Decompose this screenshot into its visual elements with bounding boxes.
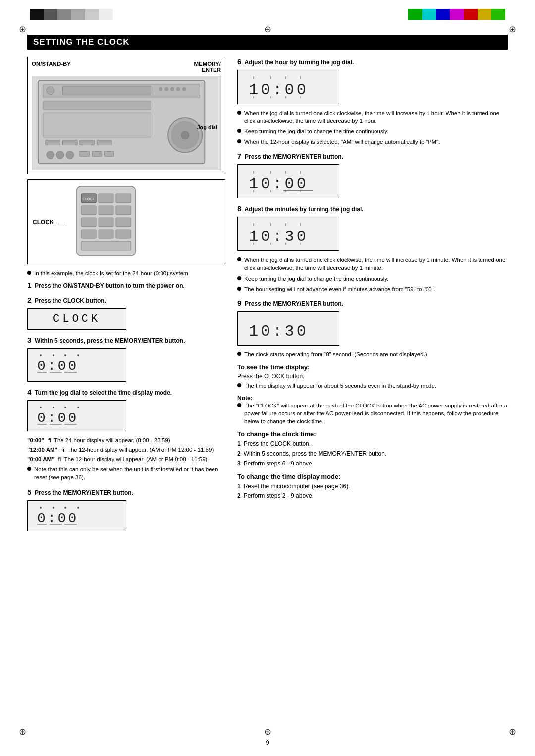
- svg-rect-12: [62, 140, 77, 145]
- left-column: ON/STAND-BY MEMORY/ ENTER: [27, 57, 225, 536]
- color-block-yellow: [478, 9, 491, 20]
- page-content: SETTING THE CLOCK ON/STAND-BY MEMORY/ EN…: [27, 35, 508, 736]
- time-option-0-label: "0:00": [27, 436, 44, 444]
- step-8-bullet-3: The hour setting will not advance even i…: [237, 285, 508, 293]
- svg-point-49: [40, 407, 42, 408]
- step-6-num: 6: [237, 58, 241, 66]
- bullet-icon: [27, 271, 31, 275]
- step4-seg-svg: 0:00: [35, 405, 119, 425]
- step-5-heading: 5 Press the MEMORY/ENTER button.: [27, 487, 225, 497]
- to-see-time-display-bullet: The time display will appear for about 5…: [237, 382, 508, 390]
- step-8: 8 Adjust the minutes by turning the jog …: [237, 203, 508, 292]
- change-clock-step-2-text: Within 5 seconds, press the MEMORY/ENTER…: [244, 450, 387, 458]
- clock-label: CLOCK: [33, 219, 54, 226]
- note-heading: Note:: [237, 395, 508, 402]
- svg-point-57: [40, 507, 42, 509]
- svg-rect-9: [43, 101, 151, 110]
- to-change-clock-time: To change the clock time: 1 Press the CL…: [237, 430, 508, 467]
- step-2-lcd-text: CLOCK: [53, 313, 101, 325]
- color-block-cyan: [422, 9, 436, 20]
- gray-block-3: [57, 9, 71, 20]
- change-clock-step-1-num: 1: [237, 440, 241, 448]
- time-option-1: "12:00 AM" fi The 12-hour display will a…: [27, 446, 225, 454]
- change-clock-step-3-num: 3: [237, 460, 241, 468]
- svg-rect-33: [116, 218, 131, 227]
- gray-block-2: [44, 9, 57, 20]
- svg-rect-21: [80, 151, 90, 156]
- stereo-device-image: Jog dial: [32, 76, 221, 170]
- step-4-display-wrapper: 0:00: [27, 400, 225, 431]
- svg-rect-35: [99, 230, 113, 238]
- step-8-bullet-3-text: The hour setting will not advance even i…: [244, 285, 435, 293]
- bullet-6-2: [237, 129, 241, 133]
- change-clock-step-3-text: Perform steps 6 - 9 above.: [244, 460, 314, 468]
- svg-rect-11: [46, 140, 60, 145]
- svg-rect-39: [81, 241, 131, 250]
- time-option-1-desc: fi The 12-hour display will appear. (AM …: [61, 446, 214, 454]
- note-text: The "CLOCK" will appear at the push of t…: [244, 402, 508, 425]
- to-see-time-display-bullet-text: The time display will appear for about 5…: [244, 382, 436, 390]
- step-3-lcd: 0:00: [27, 348, 126, 382]
- change-clock-step-1: 1 Press the CLOCK button.: [237, 440, 508, 448]
- step-9: 9 Press the MEMORY/ENTER button. 10:30 T…: [237, 298, 508, 358]
- color-bar: [408, 9, 505, 20]
- step-9-bullet-1: The clock starts operating from "0" seco…: [237, 350, 508, 358]
- to-see-time-display: To see the time display: Press the CLOCK…: [237, 363, 508, 390]
- svg-point-44: [77, 354, 79, 356]
- step-4-num: 4: [27, 388, 31, 396]
- change-clock-step-3: 3 Perform steps 6 - 9 above.: [237, 460, 508, 468]
- svg-text:0:00: 0:00: [37, 410, 78, 425]
- svg-rect-23: [104, 151, 114, 156]
- svg-point-50: [53, 407, 54, 408]
- change-mode-step-1-text: Reset the microcomputer (see page 36).: [244, 482, 350, 491]
- step-6-bullet-2-text: Keep turning the jog dial to change the …: [244, 127, 388, 135]
- svg-rect-22: [92, 151, 102, 156]
- step-2-num: 2: [27, 296, 31, 304]
- change-mode-step-2: 2 Perform steps 2 - 9 above.: [237, 492, 508, 500]
- svg-rect-26: [99, 194, 113, 203]
- svg-rect-2: [62, 86, 151, 95]
- gray-bar: [30, 9, 113, 20]
- svg-point-58: [53, 507, 54, 509]
- step-6-bullet-1-text: When the jog dial is turned one click cl…: [244, 109, 508, 125]
- gray-block-4: [71, 9, 85, 20]
- step-8-bullet-2-text: Keep turning the jog dial to change the …: [244, 275, 388, 283]
- step-6-bullet-3: When the 12-hour display is selected, "A…: [237, 138, 508, 146]
- svg-text:0:00: 0:00: [37, 511, 78, 525]
- step3-seg-svg: 0:00: [35, 352, 119, 373]
- bullet-6-1: [237, 111, 241, 115]
- step-7-lcd: 10:00: [237, 164, 339, 198]
- step-1: 1 Press the ON/STAND-BY button to turn t…: [27, 280, 225, 290]
- reg-mark-bl: ⊕: [19, 726, 26, 737]
- step-4-heading: 4 Turn the jog dial to select the time d…: [27, 387, 225, 397]
- step-8-heading: 8 Adjust the minutes by turning the jog …: [237, 203, 508, 214]
- svg-rect-10: [43, 113, 151, 137]
- stereo-svg: [32, 76, 220, 170]
- step9-seg-svg: 10:30: [244, 316, 333, 340]
- svg-rect-29: [99, 206, 113, 215]
- step-9-num: 9: [237, 299, 241, 307]
- step-5: 5 Press the MEMORY/ENTER button. 0:00: [27, 487, 225, 531]
- step-6-bullet-3-text: When the 12-hour display is selected, "A…: [244, 138, 440, 146]
- color-block-blue: [436, 9, 450, 20]
- bullet-8-2: [237, 276, 241, 280]
- step-2: 2 Press the CLOCK button. CLOCK: [27, 295, 225, 330]
- step-2-display-wrapper: CLOCK: [27, 308, 225, 330]
- step6-seg-svg: 10:00: [244, 74, 333, 98]
- change-mode-step-1-num: 1: [237, 482, 241, 491]
- step-8-num: 8: [237, 204, 241, 213]
- bullet-icon-note: [27, 467, 31, 471]
- page-number-value: 9: [266, 739, 269, 746]
- bullet-6-3: [237, 139, 241, 143]
- step-5-display-wrapper: 0:00: [27, 500, 225, 531]
- svg-point-43: [64, 354, 66, 356]
- color-block-magenta: [450, 9, 464, 20]
- step-8-bullet-1-text: When the jog dial is turned one click cl…: [244, 256, 508, 272]
- bullet-see-1: [237, 383, 241, 387]
- svg-point-3: [159, 87, 162, 91]
- step-7-heading: 7 Press the MEMORY/ENTER button.: [237, 151, 508, 161]
- to-change-clock-time-heading: To change the clock time:: [237, 430, 508, 438]
- step-9-display-wrapper: 10:30: [237, 311, 508, 346]
- svg-text:CLOCK: CLOCK: [83, 197, 95, 201]
- note-bullet: The "CLOCK" will appear at the push of t…: [237, 402, 508, 425]
